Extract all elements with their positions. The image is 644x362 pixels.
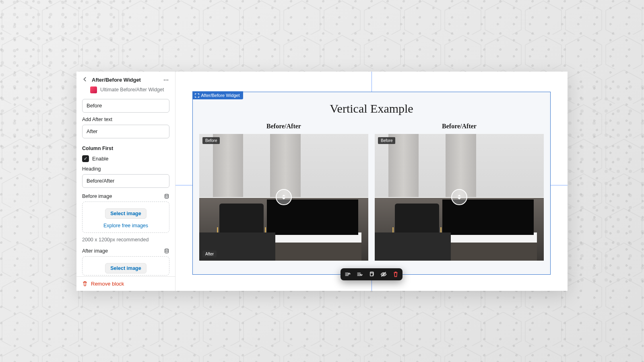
heading-label: Heading — [82, 166, 169, 172]
before-badge: Before — [202, 137, 220, 144]
expand-icon — [195, 93, 199, 98]
after-image-label: After image — [82, 248, 108, 254]
before-after-slider[interactable]: Before After — [199, 134, 368, 261]
after-badge: After — [202, 251, 217, 257]
recommended-size-text: 2000 x 1200px recommended — [82, 237, 169, 243]
remove-block-button[interactable]: Remove block — [76, 276, 175, 291]
block-tag-label: After/Before Widget — [201, 93, 240, 98]
block-title: Vertical Example — [199, 102, 544, 115]
svg-point-5 — [165, 194, 169, 195]
before-image-label: Before image — [82, 193, 112, 199]
before-text-input[interactable] — [82, 99, 169, 113]
explore-free-images-link[interactable]: Explore free images — [86, 223, 166, 228]
select-before-image-button[interactable]: Select image — [105, 208, 146, 219]
sidebar-subtitle-row: Ultimate Before/After Widget — [76, 86, 175, 97]
before-after-slider[interactable]: Before — [375, 134, 544, 261]
settings-sidebar: After/Before Widget ⋯ Ultimate Before/Af… — [76, 72, 175, 291]
before-image-dropzone[interactable]: Select image Explore free images — [82, 202, 169, 233]
duplicate-button[interactable] — [368, 271, 375, 278]
widget-logo-icon — [90, 86, 97, 93]
slider-handle[interactable] — [451, 189, 467, 205]
column-heading: Before/After — [199, 123, 368, 130]
enable-checkbox[interactable]: ✓ — [82, 155, 89, 162]
block-toolbar — [341, 268, 402, 280]
sidebar-header: After/Before Widget ⋯ — [76, 72, 175, 86]
block-type-tag[interactable]: After/Before Widget — [192, 91, 243, 99]
after-text-label: Add After text — [82, 117, 169, 122]
selected-block[interactable]: After/Before Widget Vertical Example Bef… — [192, 92, 551, 275]
after-image-dropzone[interactable]: Select image — [82, 256, 169, 276]
dynamic-source-icon[interactable] — [164, 248, 169, 254]
column-first-heading: Column First — [82, 146, 169, 151]
back-button[interactable] — [81, 76, 89, 83]
sidebar-subtitle: Ultimate Before/After Widget — [100, 87, 164, 93]
column-1: Before/After Before — [199, 123, 368, 261]
move-up-button[interactable] — [344, 271, 351, 278]
after-text-input[interactable] — [82, 125, 169, 138]
dynamic-source-icon[interactable] — [164, 193, 169, 199]
hide-button[interactable] — [380, 271, 387, 278]
heading-input[interactable] — [82, 174, 169, 188]
move-down-button[interactable] — [356, 271, 363, 278]
select-after-image-button[interactable]: Select image — [105, 263, 146, 274]
before-badge: Before — [378, 137, 395, 144]
more-options-button[interactable]: ⋯ — [163, 77, 169, 83]
app-window: After/Before Widget ⋯ Ultimate Before/Af… — [76, 72, 568, 291]
trash-icon — [82, 281, 88, 286]
remove-block-label: Remove block — [91, 281, 124, 287]
slider-handle[interactable] — [276, 189, 292, 205]
svg-point-6 — [165, 249, 169, 250]
column-heading: Before/After — [375, 123, 544, 130]
sidebar-title: After/Before Widget — [92, 77, 160, 83]
delete-button[interactable] — [392, 271, 399, 278]
enable-label: Enable — [92, 156, 108, 162]
column-2: Before/After Before — [375, 123, 544, 261]
preview-canvas: After/Before Widget Vertical Example Bef… — [175, 72, 568, 291]
